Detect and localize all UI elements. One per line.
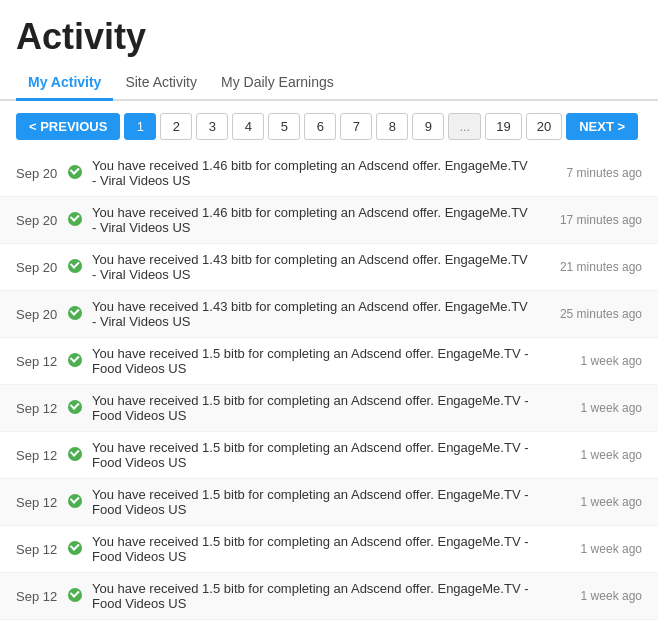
activity-date: Sep 12 <box>16 542 68 557</box>
activity-time: 1 week ago <box>532 542 642 556</box>
activity-icon <box>68 212 88 229</box>
activity-icon <box>68 306 88 323</box>
page-btn-3[interactable]: 3 <box>196 113 228 140</box>
activity-date: Sep 20 <box>16 213 68 228</box>
activity-date: Sep 12 <box>16 448 68 463</box>
activity-row: Sep 20You have received 1.43 bitb for co… <box>0 244 658 291</box>
page-title: Activity <box>0 0 658 66</box>
activity-text: You have received 1.43 bitb for completi… <box>92 252 532 282</box>
activity-row: Sep 12You have received 1.5 bitb for com… <box>0 432 658 479</box>
activity-date: Sep 20 <box>16 307 68 322</box>
activity-date: Sep 12 <box>16 354 68 369</box>
activity-list: Sep 20You have received 1.46 bitb for co… <box>0 150 658 623</box>
activity-text: You have received 1.5 bitb for completin… <box>92 346 532 376</box>
activity-time: 21 minutes ago <box>532 260 642 274</box>
activity-text: You have received 1.5 bitb for completin… <box>92 534 532 564</box>
activity-time: 1 week ago <box>532 448 642 462</box>
activity-row: Sep 20You have received 1.46 bitb for co… <box>0 150 658 197</box>
activity-icon <box>68 494 88 511</box>
activity-icon <box>68 400 88 417</box>
activity-row: Sep 12You have received 1.5 bitb for com… <box>0 573 658 620</box>
activity-time: 1 week ago <box>532 354 642 368</box>
activity-time: 1 week ago <box>532 401 642 415</box>
activity-text: You have received 1.5 bitb for completin… <box>92 440 532 470</box>
page-btn-6[interactable]: 6 <box>304 113 336 140</box>
activity-icon <box>68 165 88 182</box>
page-btn-19[interactable]: 19 <box>485 113 521 140</box>
activity-date: Sep 12 <box>16 589 68 604</box>
activity-icon <box>68 259 88 276</box>
page-btn-5[interactable]: 5 <box>268 113 300 140</box>
activity-time: 7 minutes ago <box>532 166 642 180</box>
page-btn-4[interactable]: 4 <box>232 113 264 140</box>
activity-row: Sep 12You have received 1.5 bitb for com… <box>0 479 658 526</box>
activity-time: 1 week ago <box>532 495 642 509</box>
next-button[interactable]: NEXT > <box>566 113 638 140</box>
activity-date: Sep 20 <box>16 166 68 181</box>
activity-row: Sep 12You have received 1.5 bitb for com… <box>0 385 658 432</box>
tabs-container: My Activity Site Activity My Daily Earni… <box>0 66 658 101</box>
activity-icon <box>68 447 88 464</box>
tab-my-daily-earnings[interactable]: My Daily Earnings <box>209 66 346 101</box>
activity-date: Sep 12 <box>16 495 68 510</box>
activity-row: Sep 12You have received 1.5 bitb for com… <box>0 526 658 573</box>
page-btn-20[interactable]: 20 <box>526 113 562 140</box>
activity-text: You have received 1.46 bitb for completi… <box>92 158 532 188</box>
tab-my-activity[interactable]: My Activity <box>16 66 113 101</box>
activity-time: 1 week ago <box>532 589 642 603</box>
prev-button[interactable]: < PREVIOUS <box>16 113 120 140</box>
activity-date: Sep 20 <box>16 260 68 275</box>
activity-text: You have received 1.5 bitb for completin… <box>92 393 532 423</box>
page-btn-active[interactable]: 1 <box>124 113 156 140</box>
activity-row: Sep 20You have received 1.46 bitb for co… <box>0 197 658 244</box>
page-btn-9[interactable]: 9 <box>412 113 444 140</box>
activity-icon <box>68 353 88 370</box>
activity-text: You have received 1.5 bitb for completin… <box>92 487 532 517</box>
activity-icon <box>68 541 88 558</box>
page-btn-7[interactable]: 7 <box>340 113 372 140</box>
activity-icon <box>68 588 88 605</box>
activity-text: You have received 1.43 bitb for completi… <box>92 299 532 329</box>
pagination: < PREVIOUS123456789...1920NEXT > <box>0 113 658 150</box>
activity-text: You have received 1.5 bitb for completin… <box>92 581 532 611</box>
page-btn-2[interactable]: 2 <box>160 113 192 140</box>
activity-time: 25 minutes ago <box>532 307 642 321</box>
page-ellipsis: ... <box>448 113 481 140</box>
tab-site-activity[interactable]: Site Activity <box>113 66 209 101</box>
activity-row: Sep 12You have received 1.5 bitb for com… <box>0 338 658 385</box>
activity-time: 17 minutes ago <box>532 213 642 227</box>
activity-text: You have received 1.46 bitb for completi… <box>92 205 532 235</box>
page-btn-8[interactable]: 8 <box>376 113 408 140</box>
activity-date: Sep 12 <box>16 401 68 416</box>
activity-row: Sep 20You have received 1.43 bitb for co… <box>0 291 658 338</box>
